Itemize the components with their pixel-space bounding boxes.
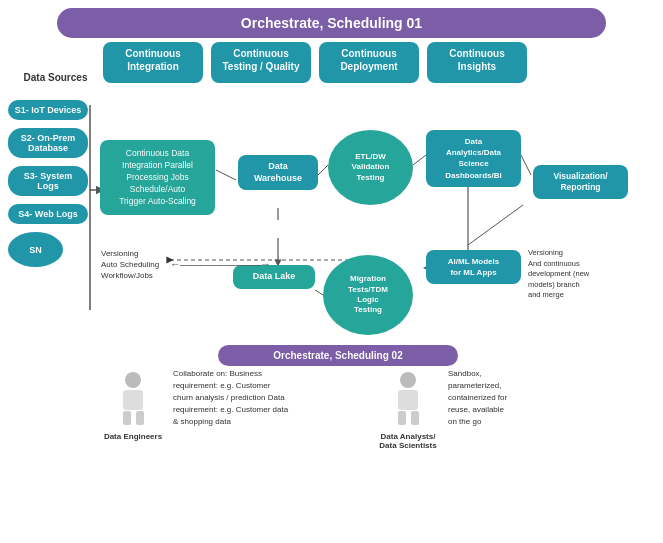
migration-box: MigrationTests/TDMLogicTesting xyxy=(323,255,413,335)
double-arrow: ←————————→ xyxy=(170,258,270,270)
svg-line-3 xyxy=(216,170,236,180)
svg-rect-16 xyxy=(123,411,131,425)
svg-rect-15 xyxy=(123,390,143,410)
main-area: S1- IoT Devices S2- On-Prem Database S3-… xyxy=(8,100,655,535)
svg-rect-19 xyxy=(398,390,418,410)
aiml-box: AI/ML Modelsfor ML Apps xyxy=(426,250,521,284)
data-sources-label: Data Sources xyxy=(8,42,103,83)
data-sources-col: S1- IoT Devices S2- On-Prem Database S3-… xyxy=(8,100,96,275)
svg-rect-20 xyxy=(398,411,406,425)
ci-box: Continuous DataIntegration ParallelProce… xyxy=(100,140,215,215)
headers-row: Data Sources ContinuousIntegration Conti… xyxy=(0,42,663,83)
versioning-branch-text: VersioningAnd continuousdevelopment (new… xyxy=(528,248,643,301)
col-header-cin: ContinuousInsights xyxy=(427,42,527,83)
svg-line-5 xyxy=(315,290,323,295)
data-engineers-figure xyxy=(111,370,156,425)
data-analysts-label: Data Analysts/ Data Scientists xyxy=(373,432,443,450)
svg-point-14 xyxy=(125,372,141,388)
svg-rect-21 xyxy=(411,411,419,425)
diagram-container: Orchestrate, Scheduling 01 Data Sources … xyxy=(0,0,663,543)
col-header-cd: ContinuousDeployment xyxy=(319,42,419,83)
ds-box-s4: S4- Web Logs xyxy=(8,204,88,224)
data-analysts-figure xyxy=(386,370,431,425)
ds-box-s2: S2- On-Prem Database xyxy=(8,128,88,158)
col-header-ci: ContinuousIntegration xyxy=(103,42,203,83)
svg-rect-17 xyxy=(136,411,144,425)
collaborate-text: Collaborate on: Businessrequirement: e.g… xyxy=(173,368,368,428)
top-banner: Orchestrate, Scheduling 01 xyxy=(57,8,607,38)
svg-line-6 xyxy=(413,155,426,165)
svg-point-18 xyxy=(400,372,416,388)
svg-line-7 xyxy=(521,155,531,175)
analytics-box: DataAnalytics/DataScienceDashboards/BI xyxy=(426,130,521,187)
data-engineers-label: Data Engineers xyxy=(98,432,168,441)
col-header-ct: ContinuousTesting / Quality xyxy=(211,42,311,83)
sandbox-text: Sandbox,parameterized,containerized forr… xyxy=(448,368,588,428)
orch2-banner: Orchestrate, Scheduling 02 xyxy=(218,345,458,366)
figure-data-engineers: Data Engineers xyxy=(98,370,168,441)
viz-box: Visualization/Reporting xyxy=(533,165,628,199)
svg-line-4 xyxy=(318,165,328,175)
ds-box-s3: S3- System Logs xyxy=(8,166,88,196)
ds-box-s1: S1- IoT Devices xyxy=(8,100,88,120)
dw-box: DataWarehouse xyxy=(238,155,318,190)
ds-box-sn: SN xyxy=(8,232,63,267)
etl-box: ETL/DWValidationTesting xyxy=(328,130,413,205)
svg-line-12 xyxy=(468,205,523,245)
figure-data-analysts: Data Analysts/ Data Scientists xyxy=(373,370,443,450)
